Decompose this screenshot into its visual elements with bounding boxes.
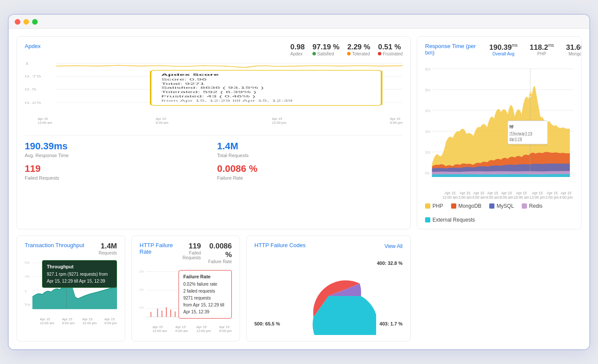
rt-mongodb-label: MongoDB: [566, 52, 582, 56]
rt-php-value: 118.2ms: [530, 43, 554, 52]
apdex-score-value: 0.98: [290, 43, 305, 52]
close-button-icon[interactable]: [15, 19, 20, 25]
rt-stat-php: 118.2ms PHP: [530, 43, 554, 57]
tolerated-dot-icon: [347, 52, 351, 55]
failure-rate-tooltip: Failure Rate 0.02% failure rate 2 failed…: [179, 270, 232, 319]
failure-rate-title: HTTP Failure Rate: [140, 242, 177, 255]
rt-x-label-2: Apr 154:00 am: [472, 191, 486, 200]
failure-rate-rate-label: Failure Rate: [208, 259, 232, 264]
legend-php-dot: [425, 203, 430, 209]
code-400-label: 400: 32.8 %: [377, 261, 403, 266]
legend-php-label: PHP: [432, 203, 443, 209]
svg-text:500 rpm: 500 rpm: [25, 303, 30, 306]
svg-text:250 ms: 250 ms: [425, 88, 430, 92]
tp-x-0: Apr 1512:00 am: [40, 317, 54, 325]
rt-x-label-8: Apr 154:00 pm: [559, 191, 573, 200]
legend-mysql-dot: [489, 203, 494, 209]
rt-php-label: PHP: [530, 52, 554, 56]
svg-rect-56: [175, 312, 176, 317]
rt-panel-title: Response Time (per txn): [425, 43, 477, 56]
rt-x-labels: Apr 1512:00 am Apr 152:00 am Apr 154:00 …: [425, 191, 573, 200]
rt-x-label-6: Apr 1512:00 pm: [530, 191, 545, 200]
failure-rate-tooltip-title: Failure Rate: [183, 273, 227, 281]
apdex-x-3: Apr 156:00 pm: [390, 117, 403, 125]
rt-chart-svg: 300 ms 250 ms 200 ms 150 ms 100 ms 50 ms: [425, 64, 573, 190]
svg-text:0.3 %: 0.3 %: [140, 269, 143, 273]
rt-x-label-0: Apr 1512:00 am: [442, 191, 458, 200]
apdex-x-labels: Apr 1512:00 am Apr 156:00 am Apr 1512:00…: [25, 117, 403, 125]
http-codes-title: HTTP Failure Codes: [254, 242, 306, 248]
maximize-button-icon[interactable]: [32, 19, 38, 25]
apdex-failure-rate-label: Failure Rate: [217, 175, 403, 180]
legend-mongodb-dot: [451, 203, 456, 209]
throughput-header: Transaction Throughput 1.4M Requests: [25, 242, 117, 255]
svg-text:300 ms: 300 ms: [425, 67, 430, 71]
svg-text:till Apr 15, 12:39: till Apr 15, 12:39: [510, 137, 522, 142]
fr-x-1: Apr 156:00 am: [176, 325, 188, 333]
rt-mongodb-value: 31.66ms: [566, 43, 582, 52]
apdex-total-requests-value: 1.4M: [217, 141, 403, 152]
rt-x-label-3: Apr 156:00 am: [486, 191, 500, 200]
apdex-total-requests-label: Total Requests: [217, 153, 403, 158]
svg-text:100 ms: 100 ms: [425, 150, 430, 154]
svg-rect-51: [150, 312, 151, 317]
apdex-title: Apdex: [25, 43, 41, 49]
throughput-tooltip-title: Throughput: [47, 263, 112, 271]
svg-text:150 ms: 150 ms: [425, 129, 430, 133]
svg-text:Tolerated: 592 ( 6.39% ): Tolerated: 592 ( 6.39% ): [161, 90, 257, 94]
failure-rate-tooltip-line3: 9271 requests: [183, 295, 227, 302]
svg-text:1K: 1K: [25, 289, 26, 293]
svg-rect-52: [157, 309, 158, 317]
svg-rect-54: [166, 307, 167, 317]
apdex-tolerated-label: Tolerated: [347, 52, 370, 56]
apdex-avg-response-label: Avg. Response Time: [25, 153, 210, 158]
svg-text:0.2 %: 0.2 %: [140, 288, 143, 292]
legend-mongodb-label: MongoDB: [458, 203, 481, 209]
svg-text:Satisfied: 8636 ( 93.15% ): Satisfied: 8636 ( 93.15% ): [161, 86, 264, 90]
legend-mongodb: MongoDB: [451, 203, 481, 209]
apdex-tolerated-value: 2.29 %: [347, 43, 370, 52]
apdex-failure-rate: 0.0086 % Failure Rate: [217, 163, 403, 180]
svg-text:PHP: PHP: [510, 124, 514, 130]
apdex-panel: Apdex 0.98 Apdex 97.19 % Satisfied 2.29: [16, 36, 411, 230]
legend-php: PHP: [425, 203, 443, 209]
apdex-x-1: Apr 156:00 am: [156, 117, 169, 125]
tp-x-1: Apr 156:00 am: [62, 317, 75, 325]
rt-x-label-1: Apr 152:00 am: [458, 191, 472, 200]
svg-text:0.25: 0.25: [25, 101, 41, 104]
rt-title: Response Time (per txn): [425, 43, 477, 58]
svg-text:1.5K rp: 1.5K rp: [25, 274, 30, 278]
apdex-chart-svg: 1 0.75 0.5 0.25 Apdex Score Score: 0.96 …: [25, 60, 403, 116]
svg-point-13: [530, 93, 531, 97]
tp-x-3: Apr 156:00 pm: [104, 317, 117, 325]
throughput-tooltip: Throughput 927.1 rpm (9271 requests) fro…: [42, 260, 117, 288]
apdex-stats: 0.98 Apdex 97.19 % Satisfied 2.29 % Tole…: [290, 43, 403, 56]
minimize-button-icon[interactable]: [23, 19, 29, 25]
rt-overall-label: Overall Avg: [492, 52, 514, 56]
legend-external-label: External Requests: [432, 217, 475, 223]
svg-text:50 ms: 50 ms: [425, 171, 429, 175]
failure-rate-stats: 119 Failed Requests 0.0086 % Failure Rat…: [177, 242, 232, 264]
throughput-chart: Throughput 927.1 rpm (9271 requests) fro…: [25, 258, 117, 316]
svg-text:Total: 9271: Total: 9271: [161, 82, 205, 85]
apdex-total-requests: 1.4M Total Requests: [217, 141, 403, 158]
failure-rate-failed-label: Failed Requests: [177, 251, 201, 260]
legend-redis-label: Redis: [529, 203, 543, 209]
failure-rate-rate: 0.0086 % Failure Rate: [208, 242, 232, 264]
svg-text:175.59 ms from Apr 15, 12:29: 175.59 ms from Apr 15, 12:29: [510, 132, 532, 137]
legend-redis: Redis: [522, 203, 543, 209]
apdex-failed-requests-label: Failed Requests: [25, 175, 210, 180]
rt-x-label-4: Apr 158:00 am: [500, 191, 514, 200]
throughput-title: Transaction Throughput: [25, 242, 84, 248]
rt-legend: PHP MongoDB MySQL Redis External Request…: [425, 203, 573, 223]
browser-chrome: [9, 15, 589, 29]
apdex-satisfied-label: Satisfied: [312, 52, 339, 56]
satisfied-dot-icon: [312, 52, 316, 55]
pie-chart-svg: [281, 257, 376, 335]
apdex-frustrated-value: 0.51 %: [378, 43, 403, 52]
apdex-failed-requests: 119 Failed Requests: [25, 163, 210, 180]
view-all-link[interactable]: View All: [384, 243, 403, 249]
apdex-stat-score: 0.98 Apdex: [290, 43, 305, 56]
rt-overall-value: 190.39ms: [489, 43, 517, 52]
failure-rate-header: HTTP Failure Rate 119 Failed Requests 0.…: [140, 242, 232, 264]
